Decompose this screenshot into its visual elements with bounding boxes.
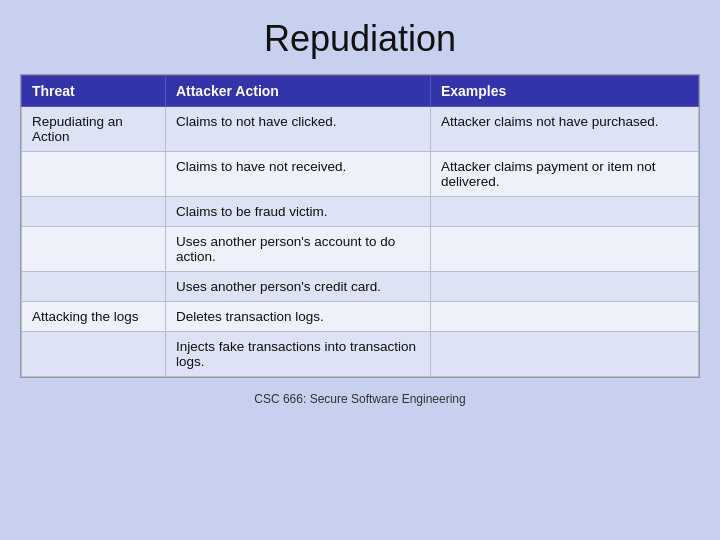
col-header-action: Attacker Action [165, 76, 430, 107]
table-cell-action: Claims to be fraud victim. [165, 197, 430, 227]
table-row: Claims to be fraud victim. [22, 197, 699, 227]
table-cell-action: Injects fake transactions into transacti… [165, 332, 430, 377]
table-header-row: Threat Attacker Action Examples [22, 76, 699, 107]
table-cell-threat [22, 197, 166, 227]
table-cell-threat [22, 227, 166, 272]
table-cell-action: Claims to not have clicked. [165, 107, 430, 152]
table-cell-threat: Attacking the logs [22, 302, 166, 332]
table-wrapper: Threat Attacker Action Examples Repudiat… [20, 74, 700, 378]
table-cell-threat [22, 332, 166, 377]
table-row: Claims to have not received.Attacker cla… [22, 152, 699, 197]
col-header-examples: Examples [430, 76, 698, 107]
table-row: Uses another person's account to do acti… [22, 227, 699, 272]
table-cell-example [430, 272, 698, 302]
table-row: Injects fake transactions into transacti… [22, 332, 699, 377]
table-cell-action: Uses another person's account to do acti… [165, 227, 430, 272]
table-cell-threat: Repudiating an Action [22, 107, 166, 152]
repudiation-table: Threat Attacker Action Examples Repudiat… [21, 75, 699, 377]
table-cell-example [430, 227, 698, 272]
table-row: Uses another person's credit card. [22, 272, 699, 302]
page-title: Repudiation [0, 18, 720, 60]
footer-text: CSC 666: Secure Software Engineering [254, 392, 465, 406]
table-cell-example [430, 302, 698, 332]
table-cell-example: Attacker claims not have purchased. [430, 107, 698, 152]
table-row: Attacking the logsDeletes transaction lo… [22, 302, 699, 332]
table-cell-threat [22, 152, 166, 197]
table-row: Repudiating an ActionClaims to not have … [22, 107, 699, 152]
table-cell-example: Attacker claims payment or item not deli… [430, 152, 698, 197]
table-cell-threat [22, 272, 166, 302]
col-header-threat: Threat [22, 76, 166, 107]
title-area: Repudiation [0, 0, 720, 74]
table-cell-example [430, 332, 698, 377]
table-cell-example [430, 197, 698, 227]
table-cell-action: Uses another person's credit card. [165, 272, 430, 302]
table-cell-action: Deletes transaction logs. [165, 302, 430, 332]
table-cell-action: Claims to have not received. [165, 152, 430, 197]
